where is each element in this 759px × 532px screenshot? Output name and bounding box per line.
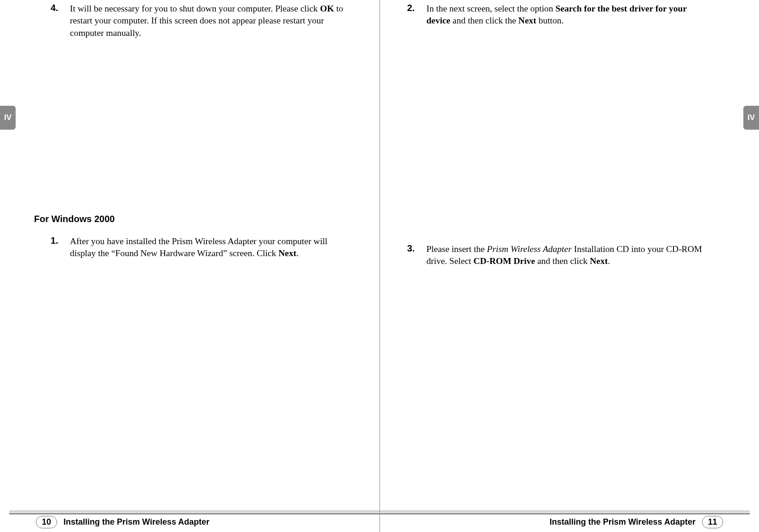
step-number: 2. bbox=[407, 3, 426, 27]
step-item: 2. In the next screen, select the option… bbox=[407, 3, 708, 27]
footer: 10 Installing the Prism Wireless Adapter… bbox=[0, 511, 759, 532]
left-steps-bottom: 1. After you have installed the Prism Wi… bbox=[51, 235, 352, 260]
page-left: 4. It will be necessary for you to shut … bbox=[0, 0, 380, 532]
step-text: It will be necessary for you to shut dow… bbox=[70, 3, 352, 39]
footer-title-left: Installing the Prism Wireless Adapter bbox=[63, 517, 209, 527]
footer-rule-thin bbox=[9, 511, 750, 511]
footer-right: Installing the Prism Wireless Adapter 11 bbox=[550, 516, 723, 528]
footer-left: 10 Installing the Prism Wireless Adapter bbox=[36, 516, 209, 528]
right-steps-top: 2. In the next screen, select the option… bbox=[407, 0, 708, 27]
subheading-windows-2000: For Windows 2000 bbox=[34, 214, 352, 224]
step-number: 1. bbox=[51, 235, 70, 260]
footer-title-right: Installing the Prism Wireless Adapter bbox=[550, 517, 696, 527]
left-steps-top: 4. It will be necessary for you to shut … bbox=[51, 0, 352, 39]
right-steps-mid: 3. Please insert the Prism Wireless Adap… bbox=[407, 243, 708, 268]
page-number-right: 11 bbox=[702, 516, 723, 528]
step-text: After you have installed the Prism Wirel… bbox=[70, 235, 352, 260]
step-item: 3. Please insert the Prism Wireless Adap… bbox=[407, 243, 708, 268]
step-number: 3. bbox=[407, 243, 426, 268]
page-spread: 4. It will be necessary for you to shut … bbox=[0, 0, 759, 532]
page-number-left: 10 bbox=[36, 516, 57, 528]
step-text: In the next screen, select the option Se… bbox=[426, 3, 708, 27]
page-right: 2. In the next screen, select the option… bbox=[380, 0, 759, 532]
step-number: 4. bbox=[51, 3, 70, 39]
step-text: Please insert the Prism Wireless Adapter… bbox=[426, 243, 708, 268]
step-item: 1. After you have installed the Prism Wi… bbox=[51, 235, 352, 260]
footer-rule-thick bbox=[9, 513, 750, 515]
step-item: 4. It will be necessary for you to shut … bbox=[51, 3, 352, 39]
